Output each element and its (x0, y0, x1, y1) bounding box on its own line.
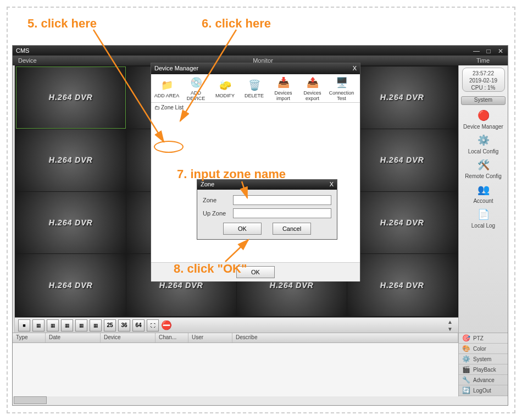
clock-box: 23:57:22 2019-02-19 CPU : 1% (462, 68, 505, 92)
side-btn-color[interactable]: 🎨Color (459, 344, 508, 354)
side-btn-ptz[interactable]: 🎯PTZ (459, 333, 508, 344)
color-icon: 🎨 (462, 345, 470, 352)
sidebar-item-account[interactable]: 👥 Account (461, 183, 506, 204)
folder-icon: 🗀 (154, 104, 160, 110)
col-date[interactable]: Date (46, 333, 101, 342)
side-buttons: 🎯PTZ 🎨Color ⚙️System 🎬PlayBack 🔧Advance … (458, 333, 508, 396)
window-controls: — □ ✕ (473, 47, 504, 54)
system-header: System (461, 96, 506, 105)
connection-test-button[interactable]: 🖥️Connection Test (327, 76, 356, 101)
highlight-zone-list (154, 141, 184, 153)
layout-9-button[interactable]: ▦ (75, 319, 87, 331)
logout-icon: 🔄 (462, 386, 470, 394)
fullscreen-button[interactable]: ⛶ (147, 319, 159, 331)
ptz-icon: 🎯 (462, 334, 470, 342)
col-user[interactable]: User (188, 333, 232, 342)
sidebar-item-device-manager[interactable]: 🔴 Device Manager (461, 108, 506, 130)
remote-icon: 🛠️ (476, 158, 491, 172)
zone-title-text: Zone (201, 181, 214, 189)
video-cell[interactable]: H.264 DVR (347, 254, 457, 316)
dm-close-button[interactable]: X (353, 65, 357, 73)
add-area-button[interactable]: 📁ADD AREA (152, 79, 181, 98)
minimize-button[interactable]: — (473, 47, 480, 54)
dm-toolbar: 📁ADD AREA 💿ADD DEVICE 🧽MODIFY 🗑️DELETE 📥… (151, 74, 360, 103)
monitor-icon: 🖥️ (335, 76, 349, 89)
video-toolbar: ■ ▦ ▦ ▦ ▦ ▦ 25 36 64 ⛶ ⛔ ▲▼ (15, 317, 458, 333)
col-channel[interactable]: Chan... (156, 333, 188, 342)
zone-dialog: Zone X Zone Up Zone OK Cancel (197, 179, 337, 240)
zone-label: Zone (203, 197, 233, 203)
layout-8-button[interactable]: ▦ (61, 319, 73, 331)
playback-icon: 🎬 (462, 366, 470, 373)
layout-4-button[interactable]: ▦ (32, 319, 45, 331)
zone-cancel-button[interactable]: Cancel (273, 223, 311, 235)
clock-cpu: CPU : 1% (464, 84, 503, 91)
trash-icon: 🗑️ (247, 79, 262, 92)
devices-import-button[interactable]: 📥Devices import (269, 76, 298, 101)
clock-date: 2019-02-19 (464, 77, 503, 84)
user-icon: 👥 (476, 183, 491, 197)
subheader-time: Time (458, 57, 508, 64)
col-device[interactable]: Device (101, 333, 156, 342)
sidebar-item-local-config[interactable]: ⚙️ Local Config (461, 133, 506, 154)
layout-64-button[interactable]: 64 (132, 319, 145, 331)
side-btn-playback[interactable]: 🎬PlayBack (459, 364, 508, 375)
record-icon: 🔴 (476, 108, 491, 123)
sidebar-item-local-log[interactable]: 📄 Local Log (461, 207, 506, 229)
log-icon: 📄 (476, 207, 491, 222)
edit-icon: 🧽 (218, 79, 232, 92)
upzone-input[interactable] (233, 208, 331, 218)
tree-zone-list[interactable]: 🗀Zone List (153, 104, 358, 111)
modify-button[interactable]: 🧽MODIFY (210, 79, 240, 98)
app-title: CMS (16, 47, 29, 54)
video-cell[interactable]: H.264 DVR (347, 67, 457, 129)
video-cell[interactable]: H.264 DVR (347, 129, 457, 191)
layout-6-button[interactable]: ▦ (47, 319, 59, 331)
event-list: Type Date Device Chan... User Describe (13, 333, 458, 396)
close-button[interactable]: ✕ (497, 47, 504, 54)
layout-25-button[interactable]: 25 (104, 319, 116, 331)
add-device-button[interactable]: 💿ADD DEVICE (181, 76, 210, 101)
video-cell[interactable]: H.264 DVR (16, 67, 126, 129)
subheader-device: Device (13, 57, 68, 64)
right-panel: 23:57:22 2019-02-19 CPU : 1% System 🔴 De… (458, 65, 508, 333)
event-header-row: Type Date Device Chan... User Describe (13, 333, 458, 343)
zone-input[interactable] (233, 195, 331, 205)
status-bar (14, 396, 47, 404)
gear-icon: ⚙️ (476, 133, 491, 147)
zone-close-button[interactable]: X (330, 181, 334, 189)
scroll-arrows[interactable]: ▲▼ (447, 319, 455, 332)
advance-icon: 🔧 (462, 376, 470, 384)
side-btn-logout[interactable]: 🔄LogOut (459, 385, 508, 396)
zone-ok-button[interactable]: OK (223, 223, 262, 235)
record-icon[interactable]: ⛔ (161, 320, 172, 330)
side-btn-system[interactable]: ⚙️System (459, 354, 508, 364)
annotation-step5: 5. click here (27, 16, 97, 31)
titlebar: CMS — □ ✕ (13, 46, 508, 56)
upzone-label: Up Zone (203, 210, 233, 217)
sidebar-item-remote-config[interactable]: 🛠️ Remote Config (461, 158, 506, 179)
dm-titlebar: Device Manager X (151, 63, 360, 74)
col-describe[interactable]: Describe (232, 333, 458, 342)
layout-36-button[interactable]: 36 (118, 319, 130, 331)
video-cell[interactable]: H.264 DVR (347, 192, 457, 254)
video-cell[interactable]: H.264 DVR (16, 129, 126, 191)
system-icon: ⚙️ (462, 355, 470, 363)
maximize-button[interactable]: □ (485, 47, 492, 54)
device-icon: 💿 (189, 76, 203, 89)
export-icon: 📤 (306, 76, 320, 89)
delete-button[interactable]: 🗑️DELETE (240, 79, 269, 98)
clock-time: 23:57:22 (464, 70, 503, 77)
video-cell[interactable]: H.264 DVR (16, 254, 126, 316)
side-btn-advance[interactable]: 🔧Advance (459, 375, 508, 385)
devices-export-button[interactable]: 📤Devices export (298, 76, 327, 101)
video-cell[interactable]: H.264 DVR (16, 192, 126, 254)
import-icon: 📥 (276, 76, 291, 89)
dm-title-text: Device Manager (154, 65, 198, 73)
layout-16-button[interactable]: ▦ (90, 319, 102, 331)
folder-plus-icon: 📁 (160, 79, 174, 92)
layout-1-button[interactable]: ■ (18, 319, 30, 331)
col-type[interactable]: Type (13, 333, 46, 342)
annotation-step6: 6. click here (202, 16, 271, 31)
annotation-step7: 7. input zone name (177, 167, 286, 181)
